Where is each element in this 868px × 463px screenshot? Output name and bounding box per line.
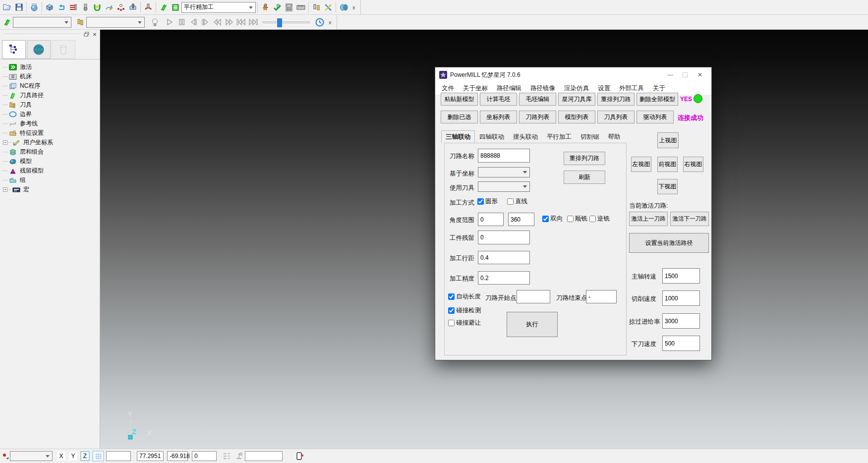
collision-check-checkbox[interactable] [448, 307, 455, 314]
expand-icon[interactable]: + [3, 140, 7, 145]
set-active-path-button[interactable]: 设置当前激活路径 [629, 233, 709, 253]
menu-path-edit[interactable]: 路径编辑 [492, 84, 526, 93]
view-right-button[interactable]: 右视图 [683, 157, 703, 172]
menu-external-tools[interactable]: 外部工具 [615, 84, 648, 93]
skim-input[interactable] [662, 313, 700, 329]
drive-list-button[interactable]: 驱动列表 [637, 111, 674, 123]
u-channel-icon[interactable] [91, 1, 103, 14]
block-icon[interactable] [44, 1, 56, 14]
tree-item-macros[interactable]: +宏 [3, 185, 100, 194]
delete-all-models-button[interactable]: 删除全部模型 [637, 93, 678, 106]
menu-about[interactable]: 关于 [648, 84, 670, 93]
tab-help[interactable]: 帮助 [604, 130, 625, 143]
calculator-icon[interactable] [283, 1, 295, 14]
sim-toolpath-combo[interactable] [13, 17, 71, 28]
execute-button[interactable]: 执行 [507, 312, 558, 337]
save-icon[interactable] [13, 1, 25, 14]
cutting-input[interactable] [662, 290, 700, 306]
circle-checkbox[interactable] [477, 198, 484, 205]
tree-item-stock-models[interactable]: 残留模型 [3, 166, 100, 175]
spindle-input[interactable] [662, 268, 700, 284]
panel-dock-header[interactable]: ✕ [0, 30, 100, 39]
bidir-checkbox[interactable] [542, 216, 549, 222]
calc-stock-button[interactable]: 计算毛坯 [480, 93, 517, 106]
shaded-view-icon[interactable] [28, 1, 40, 14]
tab-parallel[interactable]: 平行加工 [542, 130, 576, 143]
tab-4axis[interactable]: 四轴联动 [475, 130, 509, 143]
stepover-input[interactable] [478, 251, 530, 264]
start-point-input[interactable] [517, 290, 550, 303]
tree-item-tools[interactable]: 刀具 [3, 100, 100, 110]
expand-icon[interactable]: + [3, 187, 7, 192]
tab-swivel[interactable]: 摆头联动 [509, 130, 542, 143]
tree-item-machine[interactable]: 机床 [3, 72, 100, 81]
coord-y-field[interactable]: -69.918 [167, 451, 188, 461]
tool-library-button[interactable]: 星河刀具库 [558, 93, 595, 106]
reorder-toolpaths-button[interactable]: 重排列刀路 [597, 93, 635, 106]
step-back-icon[interactable] [187, 16, 199, 29]
tab-explorer-globe[interactable] [27, 40, 51, 59]
tab-3axis[interactable]: 三轴联动 [441, 130, 475, 143]
coord-base-combo[interactable] [478, 167, 530, 177]
bidir-checkbox-row[interactable]: 双向 [542, 215, 563, 223]
climb-checkbox-row[interactable]: 顺铣 [567, 215, 587, 223]
clipboard-monitor-icon[interactable] [293, 450, 305, 463]
restore-panel-icon[interactable] [83, 31, 90, 38]
lightbulb-icon[interactable] [149, 16, 161, 29]
plunge-input[interactable] [662, 336, 700, 351]
reorder-button[interactable]: 重排列刀路 [564, 152, 605, 165]
zlevel-icon[interactable] [67, 1, 79, 14]
mode-line-checkbox[interactable]: 直线 [507, 197, 527, 206]
simulation-speed-slider[interactable] [263, 21, 310, 23]
grid-toggle-icon[interactable] [92, 451, 104, 462]
tab-explorer-tree[interactable] [2, 40, 26, 59]
go-to-end-icon[interactable] [247, 16, 259, 29]
tree-item-workplanes[interactable]: +用户坐标系 [3, 138, 100, 147]
auto-length-row[interactable]: 自动长度 [448, 292, 481, 301]
tool-select-icon[interactable] [1, 450, 10, 463]
menu-render-sim[interactable]: 渲染仿真 [560, 84, 593, 93]
tree-item-patterns[interactable]: 参考线 [3, 119, 100, 128]
stock-edit-button[interactable]: 毛坯编辑 [519, 93, 556, 106]
view-front-button[interactable]: 前视图 [657, 157, 678, 172]
tool-list-button[interactable]: 刀具列表 [597, 111, 635, 123]
end-point-input[interactable] [586, 290, 617, 303]
swap-axes-icon[interactable] [322, 1, 334, 14]
collision-avoid-checkbox[interactable] [448, 320, 455, 326]
tool-ball-icon[interactable] [79, 1, 91, 14]
tab-explorer-trash[interactable] [52, 40, 75, 59]
menu-file[interactable]: 文件 [437, 84, 459, 93]
tree-item-levels-sets[interactable]: 层和组合 [3, 147, 100, 157]
stock-left-input[interactable] [478, 231, 530, 244]
fast-forward-icon[interactable] [223, 16, 235, 29]
play-icon[interactable] [164, 16, 175, 29]
collision-avoid-row[interactable]: 碰撞避让 [448, 319, 481, 327]
tree-item-toolpaths[interactable]: 刀具路径 [3, 91, 100, 100]
tolerance-input[interactable] [478, 271, 530, 285]
close-panel-icon[interactable]: ✕ [91, 31, 98, 38]
pattern-icon[interactable] [115, 1, 127, 14]
maximize-icon[interactable] [678, 69, 693, 81]
clock-icon[interactable] [314, 16, 326, 29]
delete-selected-button[interactable]: 删除已选 [441, 111, 478, 123]
grid-size-field[interactable] [106, 451, 131, 461]
ruler-icon[interactable] [295, 1, 307, 14]
curve-pencil-icon[interactable] [103, 1, 115, 14]
toolbar-close-icon[interactable]: x [349, 4, 358, 10]
close-icon[interactable]: ✕ [693, 69, 707, 81]
view-left-button[interactable]: 左视图 [631, 157, 651, 172]
dock-grip[interactable] [3, 34, 79, 35]
dialog-titlebar[interactable]: PowerMILL 忆梦星河 7.0.6 — ✕ [435, 67, 711, 82]
menu-coords[interactable]: 关于坐标 [459, 84, 492, 93]
strategy-combo[interactable]: 平行精加工 [181, 2, 256, 13]
axis-z-button[interactable]: Z [80, 451, 90, 461]
compare-models-icon[interactable] [338, 1, 349, 14]
sim-tool-combo[interactable] [86, 17, 145, 28]
angle-to-input[interactable] [508, 213, 534, 226]
angle-from-input[interactable] [478, 213, 504, 226]
axis-y-button[interactable]: Y [68, 451, 78, 461]
verify-icon[interactable] [271, 1, 283, 14]
auto-length-checkbox[interactable] [448, 293, 455, 300]
toolpath-return-icon[interactable] [56, 1, 67, 14]
coord-list-button[interactable]: 坐标列表 [480, 111, 517, 123]
